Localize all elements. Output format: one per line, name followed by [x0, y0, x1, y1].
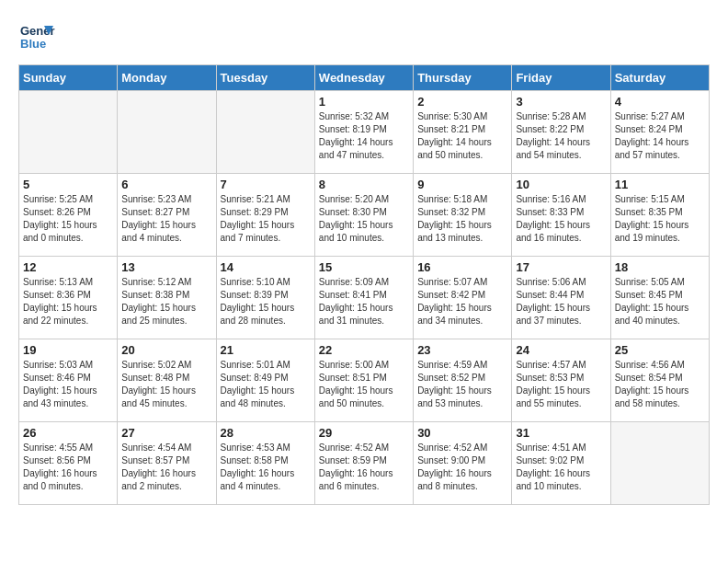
calendar-cell: 21Sunrise: 5:01 AM Sunset: 8:49 PM Dayli…	[216, 339, 314, 422]
cell-content: Sunrise: 5:13 AM Sunset: 8:36 PM Dayligh…	[23, 276, 113, 327]
cell-content: Sunrise: 5:20 AM Sunset: 8:30 PM Dayligh…	[319, 193, 409, 245]
calendar-cell: 5Sunrise: 5:25 AM Sunset: 8:26 PM Daylig…	[19, 174, 118, 257]
day-number: 19	[23, 343, 113, 357]
calendar-cell: 20Sunrise: 5:02 AM Sunset: 8:48 PM Dayli…	[118, 339, 216, 422]
cell-content: Sunrise: 5:21 AM Sunset: 8:29 PM Dayligh…	[221, 193, 311, 245]
day-number: 23	[417, 343, 507, 357]
day-number: 6	[121, 178, 211, 191]
day-number: 22	[319, 343, 409, 357]
day-number: 5	[23, 178, 113, 191]
day-number: 7	[221, 178, 311, 191]
cell-content: Sunrise: 5:02 AM Sunset: 8:48 PM Dayligh…	[121, 359, 211, 410]
calendar-cell: 18Sunrise: 5:05 AM Sunset: 8:45 PM Dayli…	[610, 257, 709, 339]
day-of-week-header: Wednesday	[314, 65, 413, 91]
cell-content: Sunrise: 5:32 AM Sunset: 8:19 PM Dayligh…	[319, 110, 409, 162]
calendar-cell: 27Sunrise: 4:54 AM Sunset: 8:57 PM Dayli…	[118, 422, 216, 505]
cell-content: Sunrise: 4:52 AM Sunset: 9:00 PM Dayligh…	[417, 442, 507, 493]
day-number: 12	[23, 260, 113, 274]
calendar-cell	[19, 91, 118, 174]
day-number: 16	[417, 260, 507, 274]
day-number: 27	[121, 426, 211, 440]
cell-content: Sunrise: 5:12 AM Sunset: 8:38 PM Dayligh…	[121, 276, 211, 327]
cell-content: Sunrise: 5:09 AM Sunset: 8:41 PM Dayligh…	[319, 276, 409, 327]
calendar-week-row: 12Sunrise: 5:13 AM Sunset: 8:36 PM Dayli…	[19, 257, 710, 339]
calendar-cell: 3Sunrise: 5:28 AM Sunset: 8:22 PM Daylig…	[512, 91, 610, 174]
calendar-cell: 2Sunrise: 5:30 AM Sunset: 8:21 PM Daylig…	[414, 91, 512, 174]
calendar-cell: 19Sunrise: 5:03 AM Sunset: 8:46 PM Dayli…	[19, 339, 118, 422]
cell-content: Sunrise: 4:51 AM Sunset: 9:02 PM Dayligh…	[516, 442, 606, 493]
cell-content: Sunrise: 5:07 AM Sunset: 8:42 PM Dayligh…	[417, 276, 507, 327]
cell-content: Sunrise: 5:05 AM Sunset: 8:45 PM Dayligh…	[615, 276, 705, 327]
calendar-cell: 9Sunrise: 5:18 AM Sunset: 8:32 PM Daylig…	[414, 174, 512, 257]
day-number: 30	[417, 426, 507, 440]
day-number: 9	[417, 178, 507, 191]
cell-content: Sunrise: 5:15 AM Sunset: 8:35 PM Dayligh…	[615, 193, 705, 245]
calendar-cell: 4Sunrise: 5:27 AM Sunset: 8:24 PM Daylig…	[610, 91, 709, 174]
cell-content: Sunrise: 5:16 AM Sunset: 8:33 PM Dayligh…	[516, 193, 606, 245]
calendar-week-row: 19Sunrise: 5:03 AM Sunset: 8:46 PM Dayli…	[19, 339, 710, 422]
cell-content: Sunrise: 4:59 AM Sunset: 8:52 PM Dayligh…	[417, 359, 507, 410]
calendar-table: SundayMondayTuesdayWednesdayThursdayFrid…	[18, 64, 710, 505]
cell-content: Sunrise: 5:00 AM Sunset: 8:51 PM Dayligh…	[319, 359, 409, 410]
day-number: 24	[516, 343, 606, 357]
cell-content: Sunrise: 5:30 AM Sunset: 8:21 PM Dayligh…	[417, 110, 507, 162]
calendar-cell: 23Sunrise: 4:59 AM Sunset: 8:52 PM Dayli…	[414, 339, 512, 422]
cell-content: Sunrise: 5:01 AM Sunset: 8:49 PM Dayligh…	[221, 359, 311, 410]
day-number: 18	[615, 260, 705, 274]
calendar-cell: 13Sunrise: 5:12 AM Sunset: 8:38 PM Dayli…	[118, 257, 216, 339]
day-number: 1	[319, 95, 409, 109]
day-number: 4	[615, 95, 705, 109]
calendar-cell: 10Sunrise: 5:16 AM Sunset: 8:33 PM Dayli…	[512, 174, 610, 257]
calendar-cell: 30Sunrise: 4:52 AM Sunset: 9:00 PM Dayli…	[414, 422, 512, 505]
day-of-week-header: Monday	[118, 65, 216, 91]
cell-content: Sunrise: 5:03 AM Sunset: 8:46 PM Dayligh…	[23, 359, 113, 410]
cell-content: Sunrise: 4:57 AM Sunset: 8:53 PM Dayligh…	[516, 359, 606, 410]
cell-content: Sunrise: 5:27 AM Sunset: 8:24 PM Dayligh…	[615, 110, 705, 162]
cell-content: Sunrise: 5:25 AM Sunset: 8:26 PM Dayligh…	[23, 193, 113, 245]
day-number: 17	[516, 260, 606, 274]
day-number: 2	[417, 95, 507, 109]
day-number: 8	[319, 178, 409, 191]
cell-content: Sunrise: 4:52 AM Sunset: 8:59 PM Dayligh…	[319, 442, 409, 493]
day-number: 20	[121, 343, 211, 357]
calendar-cell: 24Sunrise: 4:57 AM Sunset: 8:53 PM Dayli…	[512, 339, 610, 422]
svg-text:Blue: Blue	[20, 37, 46, 51]
calendar-cell	[118, 91, 216, 174]
calendar-cell: 14Sunrise: 5:10 AM Sunset: 8:39 PM Dayli…	[216, 257, 314, 339]
day-number: 28	[221, 426, 311, 440]
calendar-cell: 22Sunrise: 5:00 AM Sunset: 8:51 PM Dayli…	[314, 339, 413, 422]
calendar-cell: 25Sunrise: 4:56 AM Sunset: 8:54 PM Dayli…	[610, 339, 709, 422]
cell-content: Sunrise: 5:06 AM Sunset: 8:44 PM Dayligh…	[516, 276, 606, 327]
day-number: 29	[319, 426, 409, 440]
calendar-cell: 12Sunrise: 5:13 AM Sunset: 8:36 PM Dayli…	[19, 257, 118, 339]
cell-content: Sunrise: 5:10 AM Sunset: 8:39 PM Dayligh…	[221, 276, 311, 327]
calendar-cell: 28Sunrise: 4:53 AM Sunset: 8:58 PM Dayli…	[216, 422, 314, 505]
day-number: 21	[221, 343, 311, 357]
calendar-week-row: 26Sunrise: 4:55 AM Sunset: 8:56 PM Dayli…	[19, 422, 710, 505]
day-of-week-header: Sunday	[19, 65, 118, 91]
calendar-cell: 29Sunrise: 4:52 AM Sunset: 8:59 PM Dayli…	[314, 422, 413, 505]
calendar-cell: 8Sunrise: 5:20 AM Sunset: 8:30 PM Daylig…	[314, 174, 413, 257]
day-number: 11	[615, 178, 705, 191]
cell-content: Sunrise: 5:23 AM Sunset: 8:27 PM Dayligh…	[121, 193, 211, 245]
calendar-cell: 26Sunrise: 4:55 AM Sunset: 8:56 PM Dayli…	[19, 422, 118, 505]
cell-content: Sunrise: 5:28 AM Sunset: 8:22 PM Dayligh…	[516, 110, 606, 162]
calendar-cell: 7Sunrise: 5:21 AM Sunset: 8:29 PM Daylig…	[216, 174, 314, 257]
day-of-week-header: Friday	[512, 65, 610, 91]
day-number: 3	[516, 95, 606, 109]
calendar-week-row: 5Sunrise: 5:25 AM Sunset: 8:26 PM Daylig…	[19, 174, 710, 257]
cell-content: Sunrise: 4:56 AM Sunset: 8:54 PM Dayligh…	[615, 359, 705, 410]
day-of-week-header: Tuesday	[216, 65, 314, 91]
page-header: General Blue	[18, 18, 710, 55]
cell-content: Sunrise: 4:55 AM Sunset: 8:56 PM Dayligh…	[23, 442, 113, 493]
calendar-cell: 11Sunrise: 5:15 AM Sunset: 8:35 PM Dayli…	[610, 174, 709, 257]
day-number: 25	[615, 343, 705, 357]
calendar-cell: 16Sunrise: 5:07 AM Sunset: 8:42 PM Dayli…	[414, 257, 512, 339]
day-of-week-header: Saturday	[610, 65, 709, 91]
calendar-cell	[216, 91, 314, 174]
cell-content: Sunrise: 5:18 AM Sunset: 8:32 PM Dayligh…	[417, 193, 507, 245]
calendar-cell	[610, 422, 709, 505]
calendar-cell: 15Sunrise: 5:09 AM Sunset: 8:41 PM Dayli…	[314, 257, 413, 339]
day-number: 26	[23, 426, 113, 440]
day-number: 13	[121, 260, 211, 274]
